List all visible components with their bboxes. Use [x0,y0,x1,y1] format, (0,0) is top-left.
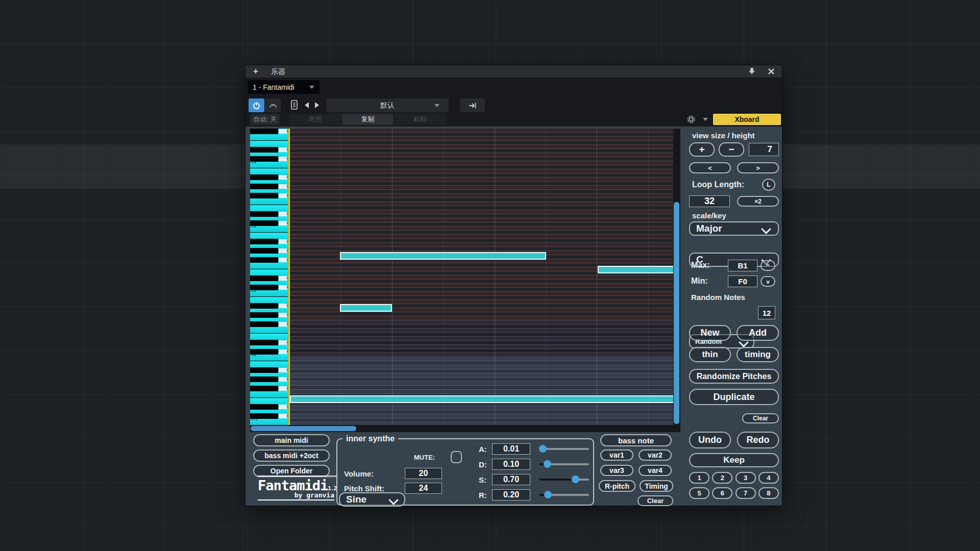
min-down-button[interactable]: v [761,276,775,287]
automation-toggle[interactable]: 自动: 关 [250,114,280,125]
adsr-slider[interactable] [539,479,589,481]
main-midi-button[interactable]: main midi [253,434,330,446]
slot-button-1[interactable]: 1 [689,472,709,484]
redo-button[interactable]: Redo [737,432,779,448]
var3-button[interactable]: var3 [600,465,633,476]
compare-button[interactable]: 对照 [290,114,341,125]
adsr-slider-thumb[interactable] [544,460,551,468]
memory-slots: 12345678 [689,472,779,499]
loop-x2-button[interactable]: ×2 [737,196,779,207]
clear-button[interactable]: Clear [742,413,779,423]
adsr-slider[interactable] [539,448,589,450]
close-icon[interactable] [767,67,775,76]
piano-roll: C-1C0C1C2C3 [250,129,680,425]
r-pitch-button[interactable]: R-pitch [599,480,635,492]
slot-button-4[interactable]: 4 [758,472,779,484]
pin-icon[interactable] [748,67,756,76]
var1-button[interactable]: var1 [600,449,633,461]
adsr-slider-thumb[interactable] [544,491,552,498]
previous-preset-icon[interactable] [305,102,309,108]
timing-button[interactable]: timing [737,347,779,362]
randomize-pitches-button[interactable]: Randomize Pitches [689,369,779,384]
xboard-tab[interactable]: Xboard [713,114,781,125]
fantamidi-logo: Fantamidi1.2 by granvia [258,478,334,508]
power-button[interactable] [249,98,264,112]
presets-file-icon[interactable] [290,100,299,110]
thin-button[interactable]: thin [689,347,731,362]
mute-label: MUTE: [414,454,435,461]
adsr-label: D: [479,460,487,469]
bass-note-button[interactable]: bass note [600,434,672,446]
slot-button-3[interactable]: 3 [736,472,756,484]
midi-note[interactable] [340,252,546,260]
chevron-down-icon [388,495,399,505]
smart-disable-button[interactable] [265,98,281,112]
min-label: Min: [691,277,708,286]
add-button[interactable]: Add [737,325,779,341]
midi-note[interactable] [340,304,392,312]
preset-dropdown[interactable]: 默认 [326,98,449,112]
gear-icon[interactable] [687,115,696,124]
waveform-value: Sine [346,494,366,505]
midi-note[interactable] [290,395,676,403]
random-count-value[interactable]: 12 [758,306,775,319]
slot-button-7[interactable]: 7 [736,487,756,499]
var2-button[interactable]: var2 [639,449,672,461]
add-tab-icon[interactable]: + [253,66,258,77]
keep-button[interactable]: Keep [689,453,779,467]
paste-button[interactable]: 粘贴 [395,114,446,125]
mute-checkbox[interactable] [451,451,462,463]
max-note-value[interactable]: B1 [728,260,757,271]
loop-lock-button[interactable]: L [762,179,775,191]
adsr-slider[interactable] [539,494,589,496]
slot-button-5[interactable]: 5 [689,487,709,499]
adsr-label: S: [479,475,486,484]
new-button[interactable]: New [689,325,731,341]
channel-selector[interactable]: 1 - Fantamidi [248,80,320,94]
max-up-button[interactable]: ^ [761,260,775,271]
min-note-value[interactable]: F0 [728,276,757,287]
adsr-slider-thumb[interactable] [539,445,547,453]
undo-button[interactable]: Undo [689,432,731,448]
settings-chevron-icon[interactable] [703,118,708,121]
max-label: Max: [691,261,709,270]
adsr-value[interactable]: 0.20 [492,489,530,500]
adsr-value[interactable]: 0.70 [492,474,530,485]
window-titlebar[interactable]: + 乐器 [246,65,782,78]
view-zoom-out-button[interactable]: − [719,142,744,157]
duplicate-button[interactable]: Duplicate [689,389,779,405]
volume-value[interactable]: 20 [405,468,442,479]
variation-clear-button[interactable]: Clear [638,495,673,506]
scale-select[interactable]: Major [689,221,779,236]
bass-midi-button[interactable]: bass midi +2oct [253,449,330,462]
adsr-value[interactable]: 0.01 [492,443,530,455]
adsr-slider-fill [539,479,575,481]
volume-label: Volume: [344,469,374,478]
detach-button[interactable] [460,98,485,112]
adsr-slider-thumb[interactable] [572,475,579,483]
power-icon [252,101,261,110]
adsr-value[interactable]: 0.10 [492,459,530,470]
random-notes-label: Random Notes [691,293,745,302]
var4-button[interactable]: var4 [639,465,672,476]
vertical-scrollbar[interactable] [674,202,679,424]
adsr-slider[interactable] [539,463,589,465]
adsr-label: A: [479,445,487,454]
view-zoom-in-button[interactable]: + [689,142,715,157]
timing-variation-button[interactable]: Timing [640,480,673,492]
waveform-select[interactable]: Sine [339,492,405,507]
slot-button-2[interactable]: 2 [712,472,732,484]
scroll-left-button[interactable]: < [689,162,731,173]
loop-length-value[interactable]: 32 [689,195,730,207]
slot-button-6[interactable]: 6 [712,487,732,499]
window-title: 乐器 [271,67,285,77]
midi-note[interactable] [598,266,676,273]
inner-synthe-legend: inner synthe [342,434,398,443]
horizontal-scrollbar[interactable] [251,426,356,431]
scroll-right-button[interactable]: > [737,162,779,173]
pitch-shift-value[interactable]: 24 [405,483,442,494]
next-preset-icon[interactable] [315,102,319,108]
copy-button[interactable]: 复制 [342,114,394,125]
slot-button-8[interactable]: 8 [758,487,779,499]
view-height-value[interactable]: 7 [749,143,779,156]
